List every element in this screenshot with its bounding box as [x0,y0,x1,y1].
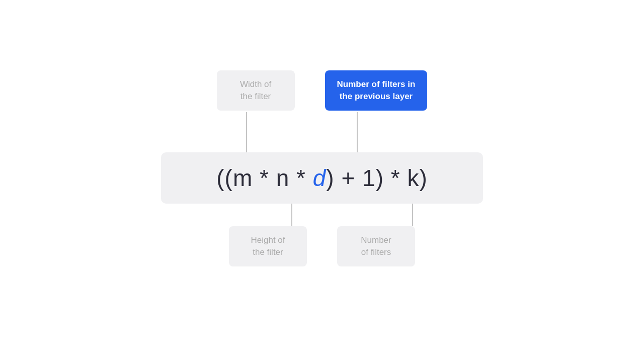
formula-part2: ) + 1) * k) [326,165,427,191]
number-filters-label: Number of filters [337,226,415,266]
height-filter-label: Height of the filter [229,226,307,266]
width-filter-label: Width of the filter [217,70,295,111]
formula-variable: d [313,165,327,191]
formula-box: ((m * n * d) + 1) * k) [161,152,483,204]
formula-part1: ((m * n * [216,165,312,191]
number-filters-prev-label: Number of filters in the previous layer [325,70,428,111]
